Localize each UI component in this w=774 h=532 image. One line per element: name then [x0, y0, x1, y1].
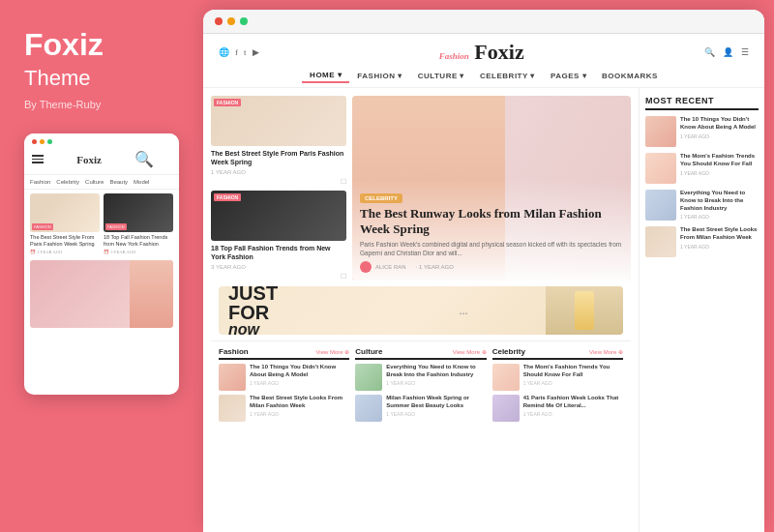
mobile-dot-yellow [40, 139, 45, 144]
mobile-nav: Fashion Celebrity Culture Beauty Model [24, 175, 179, 190]
sidebar-item-info-4: The Best Street Style Looks From Milan F… [680, 226, 759, 250]
content-left: FASHION The Best Street Style From Paris… [203, 88, 639, 532]
nav-home[interactable]: HOME ▾ [302, 69, 349, 83]
mobile-hamburger-icon[interactable] [32, 155, 44, 163]
mobile-article-grid: FASHION The Best Street Style From Paris… [30, 193, 173, 254]
site-logo: Fashion Foxiz [439, 40, 524, 65]
fashion-article-meta-1: 1 YEAR AGO [250, 380, 349, 386]
category-fashion: Fashion View More ⊕ The 10 Things You Di… [219, 347, 349, 426]
browser-dot-yellow[interactable] [227, 17, 235, 25]
main-area: FASHION The Best Street Style From Paris… [203, 88, 764, 532]
celebrity-article-title-1[interactable]: The Mom's Fashion Trends You Should Know… [523, 364, 623, 379]
mobile-article-img-1: FASHION [30, 193, 100, 232]
mobile-nav-beauty[interactable]: Beauty [109, 179, 128, 185]
culture-view-more[interactable]: View More ⊕ [453, 348, 487, 355]
ad-text-group: JUST FOR now [228, 286, 278, 335]
hero-tag-2: FASHION [214, 193, 241, 201]
sidebar-item-1: The 10 Things You Didn't Know About Bein… [645, 116, 759, 147]
ad-decoration [575, 291, 594, 330]
celebrity-article-info-2: 41 Paris Fashion Week Looks That Remind … [523, 395, 623, 417]
culture-article-1: Everything You Need to Know to Break Int… [355, 364, 486, 391]
sidebar-item-title-1[interactable]: The 10 Things You Didn't Know About Bein… [680, 116, 759, 132]
big-hero: CELEBRITY The Best Runway Looks from Mil… [352, 96, 631, 281]
culture-article-info-2: Milan Fashion Week Spring or Summer Best… [386, 395, 486, 417]
culture-article-title-1[interactable]: Everything You Need to Know to Break Int… [386, 364, 486, 379]
hero-article-title-2[interactable]: 18 Top Fall Fashion Trends from New York… [211, 244, 346, 261]
celebrity-article-title-2[interactable]: 41 Paris Fashion Week Looks That Remind … [523, 395, 623, 410]
culture-article-2: Milan Fashion Week Spring or Summer Best… [355, 395, 486, 422]
celebrity-article-meta-2: 1 YEAR AGO [523, 411, 623, 417]
sidebar-item-title-2[interactable]: The Mom's Fashion Trends You Should Know… [680, 153, 759, 168]
sidebar-item-img-1 [645, 116, 676, 147]
mobile-dot-red [32, 139, 37, 144]
fashion-article-img-2 [219, 395, 246, 422]
sidebar-item-title-3[interactable]: Everything You Need to Know to Break Int… [680, 190, 759, 212]
nav-celebrity[interactable]: CELEBRITY ▾ [472, 70, 543, 82]
brand-subtitle: Theme [24, 66, 179, 91]
ad-shapes: ... [439, 286, 497, 335]
ad-right-image [546, 286, 623, 335]
site-search-icon[interactable]: 🔍 [704, 47, 715, 57]
celebrity-article-img-2 [492, 395, 520, 422]
site-menu-icon[interactable]: ☰ [741, 47, 749, 57]
sidebar-item-meta-4: 1 YEAR AGO [680, 244, 759, 250]
culture-header: Culture View More ⊕ [355, 347, 486, 360]
youtube-icon[interactable]: ▶ [253, 47, 259, 57]
browser-dot-green[interactable] [240, 17, 248, 25]
mobile-logo: Foxiz [76, 154, 102, 165]
brand-by: By Theme-Ruby [24, 99, 179, 110]
sidebar-item-info-3: Everything You Need to Know to Break Int… [680, 190, 759, 220]
hero-article-meta-1: 1 YEAR AGO [211, 169, 346, 175]
sidebar-item-title-4[interactable]: The Best Street Style Looks From Milan F… [680, 226, 759, 242]
nav-pages[interactable]: PAGES ▾ [543, 70, 594, 82]
nav-fashion[interactable]: FASHION ▾ [349, 70, 409, 82]
celebrity-article-meta-1: 1 YEAR AGO [523, 380, 623, 386]
fashion-article-title-2[interactable]: The Best Street Style Looks From Milan F… [250, 395, 349, 410]
mobile-icons: 🔍 ⚙ [134, 150, 171, 168]
big-hero-title[interactable]: The Best Runway Looks from Milan Fashion… [360, 206, 623, 236]
mobile-nav-celebrity[interactable]: Celebrity [56, 179, 79, 185]
culture-article-title-2[interactable]: Milan Fashion Week Spring or Summer Best… [386, 395, 486, 410]
mobile-nav-fashion[interactable]: Fashion [30, 179, 50, 185]
ad-now: now [228, 322, 278, 335]
bookmark-icon-1[interactable]: ☐ [341, 178, 346, 186]
big-hero-author: ALICE RAN · 1 YEAR AGO [360, 261, 623, 273]
mobile-person-img [130, 260, 173, 328]
mobile-article-meta-1: ⏰ 1 YEAR AGO [30, 250, 100, 254]
fashion-header: Fashion View More ⊕ [219, 347, 349, 360]
left-panel: Foxiz Theme By Theme-Ruby Foxiz 🔍 ⚙ F [0, 0, 203, 532]
hero-section: FASHION The Best Street Style From Paris… [211, 96, 631, 281]
search-icon[interactable]: 🔍 [134, 150, 154, 168]
hero-article-1: FASHION The Best Street Style From Paris… [211, 96, 346, 186]
nav-bookmarks[interactable]: BOOKMARKS [594, 70, 666, 82]
facebook-icon[interactable]: f [235, 47, 238, 57]
fashion-article-title-1[interactable]: The 10 Things You Didn't Know About Bein… [250, 364, 349, 379]
mobile-nav-model[interactable]: Model [134, 179, 149, 185]
culture-article-img-1 [355, 364, 382, 391]
celebrity-article-1: The Mom's Fashion Trends You Should Know… [492, 364, 623, 391]
category-culture: Culture View More ⊕ Everything You Need … [355, 347, 486, 426]
twitter-icon[interactable]: t [244, 47, 247, 57]
sidebar-item-meta-2: 1 YEAR AGO [680, 170, 759, 176]
site-header-top: 🌐 f t ▶ Fashion Foxiz 🔍 👤 ☰ [219, 40, 749, 65]
gear-icon[interactable]: ⚙ [158, 150, 171, 168]
celebrity-category-name: Celebrity [492, 347, 525, 356]
celebrity-article-info-1: The Mom's Fashion Trends You Should Know… [523, 364, 623, 386]
site-user-icon[interactable]: 👤 [723, 47, 733, 57]
fashion-article-1: The 10 Things You Didn't Know About Bein… [219, 364, 349, 391]
bookmark-icon-2[interactable]: ☐ [341, 273, 346, 281]
site-logo-container: Fashion Foxiz [439, 40, 524, 65]
mobile-article-1: FASHION The Best Street Style From Paris… [30, 193, 100, 254]
globe-icon: 🌐 [219, 47, 229, 57]
hero-article-2: FASHION 18 Top Fall Fashion Trends from … [211, 191, 346, 281]
fashion-view-more[interactable]: View More ⊕ [315, 348, 349, 355]
hero-article-title-1[interactable]: The Best Street Style From Paris Fashion… [211, 149, 346, 166]
mobile-article-img-2: FASHION [104, 193, 173, 232]
mobile-nav-culture[interactable]: Culture [85, 179, 104, 185]
sidebar-item-img-3 [645, 190, 676, 221]
celebrity-view-more[interactable]: View More ⊕ [589, 348, 623, 355]
browser-dot-red[interactable] [215, 17, 223, 25]
mobile-dot-green [47, 139, 52, 144]
nav-culture[interactable]: CULTURE ▾ [410, 70, 472, 82]
bottom-categories: Fashion View More ⊕ The 10 Things You Di… [211, 340, 631, 431]
